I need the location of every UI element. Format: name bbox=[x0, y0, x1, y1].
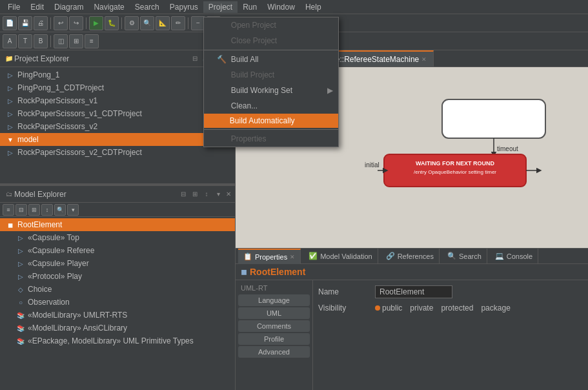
tree-item-choice[interactable]: ◇ Choice bbox=[0, 283, 235, 296]
tree-item-model[interactable]: ▼ model bbox=[0, 133, 235, 146]
close-project-icon bbox=[217, 36, 227, 46]
undo-button[interactable]: ↩ bbox=[54, 16, 68, 30]
validation-icon: ✅ bbox=[309, 252, 318, 260]
project-icon-pingpong1-cdt: ▷ bbox=[5, 83, 15, 93]
tb2-btn-3[interactable]: B bbox=[34, 34, 48, 48]
tree-item-capsule-top[interactable]: ▷ «Capsule» Top bbox=[0, 231, 235, 244]
menu-edit[interactable]: Edit bbox=[25, 1, 49, 13]
menu-clean[interactable]: Clean... bbox=[204, 98, 338, 114]
menu-run[interactable]: Run bbox=[238, 1, 262, 13]
model-collapse-icon[interactable]: ⊟ bbox=[178, 189, 188, 200]
properties-tabs-row: 📋 Properties ✕ ✅ Model Validation 🔗 Refe… bbox=[236, 249, 588, 264]
tab-close-icon[interactable]: ✕ bbox=[421, 56, 427, 63]
menu-papyrus[interactable]: Papyrus bbox=[165, 1, 203, 13]
model-tb-btn-3[interactable]: ⊞ bbox=[28, 204, 40, 216]
prop-tab-comments[interactable]: Comments bbox=[238, 320, 310, 332]
tab-properties[interactable]: 📋 Properties ✕ bbox=[238, 249, 301, 264]
visibility-protected[interactable]: protected bbox=[441, 303, 473, 313]
tb2-btn-2[interactable]: T bbox=[18, 34, 32, 48]
tree-item-protocol-play[interactable]: ▷ «Protocol» Play bbox=[0, 270, 235, 283]
tool-2[interactable]: 🔍 bbox=[140, 16, 154, 30]
tree-item-capsule-player[interactable]: ▷ «Capsule» Player bbox=[0, 257, 235, 270]
menu-diagram[interactable]: Diagram bbox=[49, 1, 88, 13]
checkmark-icon: ✓ bbox=[217, 116, 226, 125]
model-explorer-close-icon[interactable]: ✕ bbox=[226, 190, 231, 198]
tool-1[interactable]: ⚙ bbox=[125, 16, 139, 30]
menu-search[interactable]: Search bbox=[130, 1, 165, 13]
menu-file[interactable]: File bbox=[3, 1, 25, 13]
model-tb-btn-4[interactable]: ↕ bbox=[41, 204, 53, 216]
tb2-btn-4[interactable]: ◫ bbox=[54, 34, 68, 48]
svg-text:/entry OpaqueBehavior setting : /entry OpaqueBehavior setting timer bbox=[414, 169, 496, 175]
tool-3[interactable]: 📐 bbox=[156, 16, 170, 30]
tb2-btn-5[interactable]: ⊞ bbox=[69, 34, 83, 48]
model-tb-btn-2[interactable]: ⊟ bbox=[15, 204, 27, 216]
model-tb-btn-6[interactable]: ▾ bbox=[67, 204, 79, 216]
menu-properties[interactable]: Properties bbox=[204, 131, 338, 147]
tree-item-observation[interactable]: ○ Observation bbox=[0, 296, 235, 309]
visibility-public[interactable]: public bbox=[375, 303, 402, 313]
tree-item-capsule-referee[interactable]: ▷ «Capsule» Referee bbox=[0, 244, 235, 257]
menubar: File Edit Diagram Navigate Search Papyru… bbox=[0, 0, 588, 14]
visibility-private[interactable]: private bbox=[410, 303, 433, 313]
new-button[interactable]: 📄 bbox=[3, 16, 17, 30]
properties-tab-close-icon[interactable]: ✕ bbox=[290, 254, 295, 260]
model-tb-btn-5[interactable]: 🔍 bbox=[54, 204, 66, 216]
root-element-header-title: RootElement bbox=[250, 267, 305, 277]
menu-project[interactable]: Project bbox=[203, 1, 238, 13]
properties-tab-icon: 📋 bbox=[243, 252, 252, 261]
svg-text:WAITING FOR NEXT ROUND: WAITING FOR NEXT ROUND bbox=[416, 160, 494, 167]
name-label: Name bbox=[318, 287, 370, 296]
redo-button[interactable]: ↪ bbox=[69, 16, 83, 30]
tree-item-pingpong1-cdt[interactable]: ▷ PingPong_1_CDTProject bbox=[0, 81, 235, 94]
references-icon: 🔗 bbox=[386, 252, 395, 260]
prop-tab-uml[interactable]: UML bbox=[238, 307, 310, 319]
selected-dot-icon bbox=[375, 305, 380, 311]
menu-build-all[interactable]: 🔨 Build All bbox=[204, 52, 338, 67]
properties-root-header: ◼ RootElement bbox=[236, 264, 588, 280]
menu-help[interactable]: Help bbox=[300, 1, 327, 13]
visibility-package[interactable]: package bbox=[481, 303, 510, 313]
tab-references[interactable]: 🔗 References bbox=[381, 249, 440, 264]
prop-tab-profile[interactable]: Profile bbox=[238, 333, 310, 345]
tb2-btn-1[interactable]: A bbox=[3, 34, 17, 48]
model-expand-icon[interactable]: ⊞ bbox=[190, 189, 200, 200]
tree-item-pingpong1[interactable]: ▷ PingPong_1 bbox=[0, 68, 235, 81]
print-button[interactable]: 🖨 bbox=[34, 16, 48, 30]
model-tb-btn-1[interactable]: ≡ bbox=[3, 204, 14, 216]
run-button[interactable]: ▶ bbox=[89, 16, 103, 30]
tree-item-rps1-cdt[interactable]: ▷ RockPaperScissors_v1_CDTProject bbox=[0, 107, 235, 120]
menu-window[interactable]: Window bbox=[262, 1, 300, 13]
tool-4[interactable]: ✏ bbox=[171, 16, 185, 30]
menu-build-working-set[interactable]: Build Working Set ▶ bbox=[204, 83, 338, 98]
menu-navigate[interactable]: Navigate bbox=[88, 1, 129, 13]
collapse-all-icon[interactable]: ⊟ bbox=[190, 54, 200, 64]
model-sort-icon[interactable]: ↕ bbox=[201, 189, 212, 200]
tree-item-rps1[interactable]: ▷ RockPaperScissors_v1 bbox=[0, 94, 235, 107]
save-button[interactable]: 💾 bbox=[18, 16, 32, 30]
capsule-icon-top: ▷ bbox=[15, 232, 26, 243]
prop-tab-language[interactable]: Language bbox=[238, 294, 310, 306]
name-value[interactable]: RootElement bbox=[375, 285, 452, 298]
tab-console[interactable]: 💻 Console bbox=[490, 249, 538, 264]
protocol-icon-play: ▷ bbox=[15, 271, 26, 282]
tb2-btn-6[interactable]: ≡ bbox=[85, 34, 99, 48]
prop-tab-advanced[interactable]: Advanced bbox=[238, 346, 310, 358]
tree-item-lib-uml-primitive[interactable]: 📚 «EPackage, ModelLibrary» UML Primitive… bbox=[0, 334, 235, 347]
tree-item-rps2-cdt[interactable]: ▷ RockPaperScissors_v2_CDTProject bbox=[0, 146, 235, 159]
project-dropdown-menu: Open Project Close Project 🔨 Build All B… bbox=[203, 17, 339, 147]
project-explorer-tree: ▷ PingPong_1 ▷ PingPong_1_CDTProject ▷ R… bbox=[0, 67, 235, 183]
tab-model-validation[interactable]: ✅ Model Validation bbox=[303, 249, 378, 264]
menu-close-project[interactable]: Close Project bbox=[204, 33, 338, 48]
debug-button[interactable]: 🐛 bbox=[105, 16, 119, 30]
properties-right-content: Name RootElement Visibility public p bbox=[313, 280, 588, 390]
tree-item-lib-umlrt[interactable]: 📚 «ModelLibrary» UMLRT-RTS bbox=[0, 309, 235, 322]
tree-item-root-element[interactable]: ◼ RootElement bbox=[0, 218, 235, 231]
tree-item-rps2[interactable]: ▷ RockPaperScissors_v2 bbox=[0, 120, 235, 133]
menu-open-project[interactable]: Open Project bbox=[204, 17, 338, 33]
tab-search[interactable]: 🔍 Search bbox=[442, 249, 487, 264]
menu-build-automatically[interactable]: ✓ Build Automatically bbox=[204, 114, 338, 128]
menu-build-project[interactable]: Build Project bbox=[204, 67, 338, 83]
tree-item-lib-ansic[interactable]: 📚 «ModelLibrary» AnsiCLibrary bbox=[0, 322, 235, 334]
model-filter-icon[interactable]: ▾ bbox=[213, 189, 223, 200]
